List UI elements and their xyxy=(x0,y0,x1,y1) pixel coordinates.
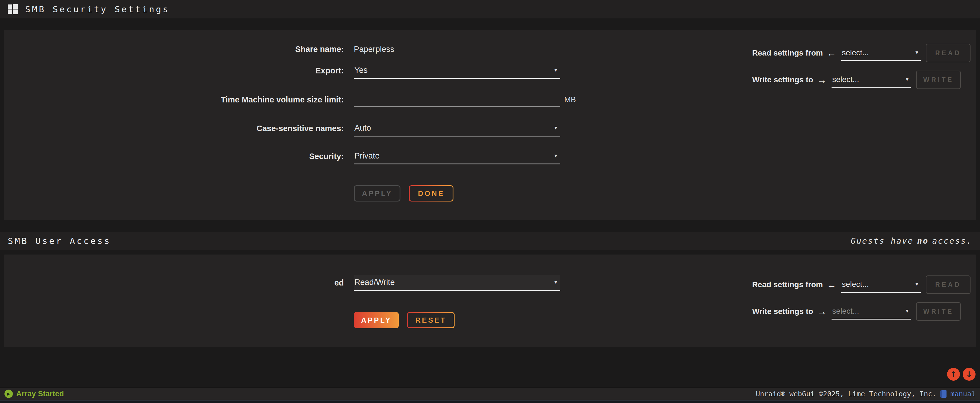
arrow-left-icon: ← xyxy=(827,279,836,290)
write-settings-select[interactable]: select... ▼ xyxy=(832,303,911,320)
user-access-row: ed Read/Write ▼ xyxy=(4,274,560,291)
chevron-down-icon: ▼ xyxy=(554,280,558,285)
done-button[interactable]: DONE xyxy=(409,185,453,202)
apply-button[interactable]: APPLY xyxy=(354,185,401,202)
write-button[interactable]: WRITE xyxy=(916,302,961,321)
case-sensitive-select-value: Auto xyxy=(355,123,371,132)
chevron-down-icon: ▼ xyxy=(554,67,558,73)
footer-right: Unraid® webGui ©2025, Lime Technology, I… xyxy=(756,390,975,398)
write-settings-label: Write settings to xyxy=(752,75,813,84)
scroll-to-top-button[interactable]: ↑ xyxy=(947,368,960,381)
array-status-text: Array Started xyxy=(16,390,64,398)
smb-user-access-header-bar: SMB User Access Guests have no access. xyxy=(0,232,980,250)
read-settings-row: Read settings from ← select... ▼ READ xyxy=(752,43,970,62)
arrow-right-icon: → xyxy=(817,306,827,317)
array-status: ▶ Array Started xyxy=(5,390,64,398)
settings-io-block: Read settings from ← select... ▼ READ Wr… xyxy=(752,43,970,97)
arrow-left-icon: ← xyxy=(827,48,836,59)
share-name-label: Share name: xyxy=(4,45,344,54)
security-select[interactable]: Private ▼ xyxy=(354,148,560,164)
guest-access-note: Guests have no access. xyxy=(851,236,972,245)
windows-icon xyxy=(8,4,18,14)
smb-user-access-panel: ed Read/Write ▼ APPLY RESET Read setting… xyxy=(4,255,976,347)
read-settings-select-value: select... xyxy=(842,280,869,289)
manual-link[interactable]: manual xyxy=(950,390,975,398)
security-buttons-row: APPLY DONE xyxy=(354,185,453,202)
user-access-buttons-row: APPLY RESET xyxy=(354,312,455,328)
read-settings-label: Read settings from xyxy=(752,280,823,289)
write-settings-select-value: select... xyxy=(832,75,859,84)
share-name-value: Paperpless xyxy=(354,45,394,54)
guest-note-emphasis: no xyxy=(917,236,929,245)
apply-button[interactable]: APPLY xyxy=(354,312,399,328)
time-machine-label: Time Machine volume size limit: xyxy=(4,95,344,104)
page-title: SMB Security Settings xyxy=(25,4,170,14)
guest-note-pre: Guests have xyxy=(851,236,913,245)
scroll-to-bottom-button[interactable]: ↓ xyxy=(963,368,975,381)
reset-button[interactable]: RESET xyxy=(407,312,455,328)
export-select-value: Yes xyxy=(355,65,368,75)
chevron-down-icon: ▼ xyxy=(915,50,919,56)
scroll-controls: ↑ ↓ xyxy=(947,368,975,381)
case-sensitive-label: Case-sensitive names: xyxy=(4,124,344,133)
footer-bar: ▶ Array Started Unraid® webGui ©2025, Li… xyxy=(0,387,980,400)
time-machine-row: Time Machine volume size limit: MB xyxy=(4,91,576,108)
write-settings-label: Write settings to xyxy=(752,307,813,316)
read-settings-select[interactable]: select... ▼ xyxy=(841,277,921,293)
read-settings-select-value: select... xyxy=(842,48,869,57)
write-settings-select-value: select... xyxy=(832,307,859,315)
guest-note-post: access. xyxy=(932,236,972,245)
share-name-row: Share name: Paperpless xyxy=(4,43,394,55)
write-settings-select[interactable]: select... ▼ xyxy=(832,72,911,88)
security-label: Security: xyxy=(4,152,344,161)
settings-io-block: Read settings from ← select... ▼ READ Wr… xyxy=(752,275,970,329)
export-label: Export: xyxy=(4,66,344,75)
read-settings-label: Read settings from xyxy=(752,49,823,57)
chevron-down-icon: ▼ xyxy=(915,282,919,287)
user-access-select[interactable]: Read/Write ▼ xyxy=(354,275,560,291)
export-select[interactable]: Yes ▼ xyxy=(354,62,560,79)
bottom-edge-strip xyxy=(0,400,980,403)
book-icon xyxy=(940,390,947,398)
read-settings-select[interactable]: select... ▼ xyxy=(841,45,921,61)
read-button[interactable]: READ xyxy=(926,276,970,294)
time-machine-unit: MB xyxy=(564,95,576,104)
user-name-label: ed xyxy=(4,278,344,287)
read-button[interactable]: READ xyxy=(926,44,970,62)
write-button[interactable]: WRITE xyxy=(916,71,961,89)
copyright-text: Unraid® webGui ©2025, Lime Technology, I… xyxy=(756,390,936,398)
chevron-down-icon: ▼ xyxy=(554,125,558,131)
export-row: Export: Yes ▼ xyxy=(4,62,560,79)
read-settings-row: Read settings from ← select... ▼ READ xyxy=(752,275,970,294)
play-circle-icon: ▶ xyxy=(5,390,13,398)
time-machine-input[interactable] xyxy=(354,92,560,107)
user-access-select-value: Read/Write xyxy=(355,278,395,287)
chevron-down-icon: ▼ xyxy=(905,308,909,314)
write-settings-row: Write settings to → select... ▼ WRITE xyxy=(752,70,970,89)
chevron-down-icon: ▼ xyxy=(554,153,558,159)
security-select-value: Private xyxy=(355,151,380,161)
write-settings-row: Write settings to → select... ▼ WRITE xyxy=(752,302,970,321)
user-access-title: SMB User Access xyxy=(8,236,111,246)
case-sensitive-select[interactable]: Auto ▼ xyxy=(354,120,560,137)
case-sensitive-row: Case-sensitive names: Auto ▼ xyxy=(4,120,560,137)
security-row: Security: Private ▼ xyxy=(4,148,560,165)
chevron-down-icon: ▼ xyxy=(905,77,909,82)
smb-security-panel: Share name: Paperpless Export: Yes ▼ Tim… xyxy=(4,30,976,220)
smb-security-header-bar: SMB Security Settings xyxy=(0,0,980,18)
arrow-right-icon: → xyxy=(817,75,827,85)
